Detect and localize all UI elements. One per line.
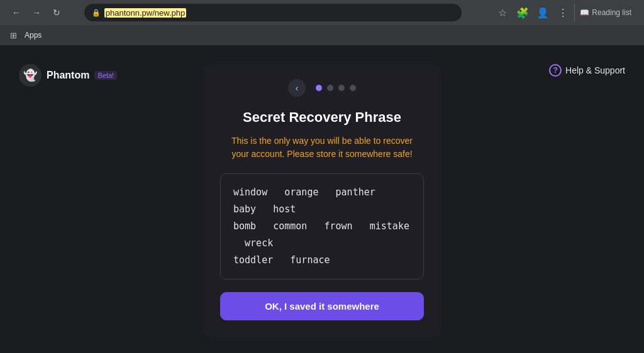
help-support-button[interactable]: ? Help & Support bbox=[549, 64, 625, 77]
reload-button[interactable]: ↻ bbox=[48, 4, 65, 21]
reading-list-icon: 📖 bbox=[580, 8, 589, 17]
dot-4 bbox=[350, 85, 356, 91]
dot-3 bbox=[338, 85, 345, 91]
lock-icon: 🔒 bbox=[92, 9, 101, 17]
pagination-row: ‹ bbox=[220, 79, 424, 97]
seed-phrase-box: window orange panther baby host bomb com… bbox=[220, 173, 424, 280]
phantom-avatar: 👻 bbox=[19, 64, 42, 87]
toolbar-right: ☆ 🧩 👤 ⋮ 📖 Reading list bbox=[494, 4, 636, 21]
dot-2 bbox=[327, 85, 333, 91]
help-icon: ? bbox=[549, 64, 562, 77]
back-button[interactable]: ← bbox=[8, 4, 25, 21]
url-highlighted: phantonn.pw/new.php bbox=[104, 8, 187, 18]
dot-1 bbox=[316, 85, 322, 91]
chrome-browser-bar: ← → ↻ 🔒 phantonn.pw/new.php ☆ 🧩 👤 ⋮ 📖 Re… bbox=[0, 0, 644, 25]
url-text: phantonn.pw/new.php bbox=[104, 8, 454, 18]
bookmarks-bar: ⊞ Apps bbox=[0, 25, 644, 45]
prev-button[interactable]: ‹ bbox=[288, 79, 306, 97]
phantom-name: Phantom bbox=[47, 70, 89, 81]
phantom-logo[interactable]: 👻 Phantom Beta! bbox=[19, 64, 117, 87]
card-subtitle: This is the only way you will be able to… bbox=[220, 134, 424, 161]
main-content: 👻 Phantom Beta! ? Help & Support ‹ Secre… bbox=[0, 45, 644, 353]
beta-badge: Beta! bbox=[94, 71, 117, 80]
reading-list-button[interactable]: 📖 Reading list bbox=[574, 4, 636, 21]
profile-button[interactable]: 👤 bbox=[534, 4, 552, 21]
apps-icon: ⊞ bbox=[10, 31, 17, 40]
help-support-label: Help & Support bbox=[565, 65, 625, 75]
star-button[interactable]: ☆ bbox=[494, 4, 511, 21]
ok-saved-button[interactable]: OK, I saved it somewhere bbox=[220, 292, 424, 320]
seed-phrase-text: window orange panther baby host bomb com… bbox=[233, 184, 411, 269]
extensions-button[interactable]: 🧩 bbox=[514, 4, 531, 21]
reading-list-label: Reading list bbox=[592, 8, 631, 17]
apps-bookmark[interactable]: Apps bbox=[21, 30, 45, 41]
phantom-emoji: 👻 bbox=[23, 68, 37, 82]
address-bar[interactable]: 🔒 phantonn.pw/new.php bbox=[84, 4, 462, 21]
nav-buttons: ← → ↻ bbox=[8, 4, 65, 21]
forward-button[interactable]: → bbox=[28, 4, 45, 21]
recovery-phrase-card: ‹ Secret Recovery Phrase This is the onl… bbox=[203, 64, 441, 338]
card-title: Secret Recovery Phrase bbox=[220, 109, 424, 126]
menu-button[interactable]: ⋮ bbox=[554, 4, 572, 21]
